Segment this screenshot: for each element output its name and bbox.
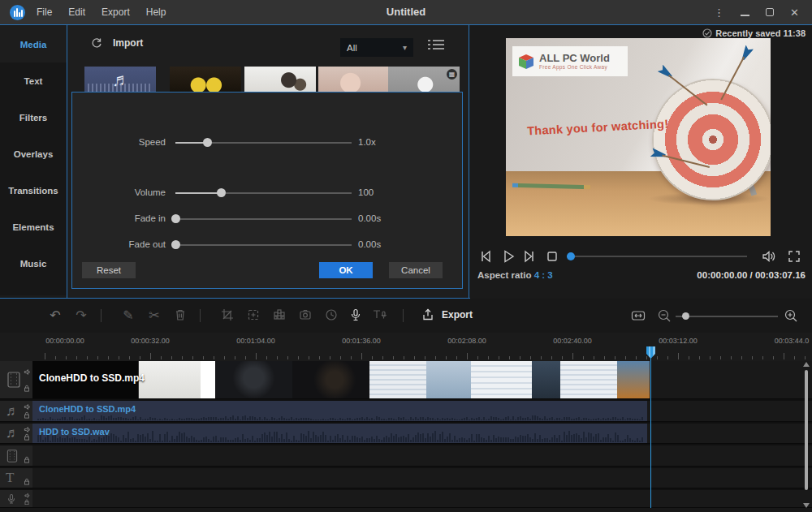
- stop-button[interactable]: [543, 247, 561, 265]
- maximize-button[interactable]: [766, 7, 774, 18]
- audio-waveform: [32, 424, 647, 443]
- record-voiceover-icon[interactable]: [348, 308, 364, 324]
- track-list: CloneHDD to SSD.mp4: [0, 361, 812, 508]
- speed-slider[interactable]: [175, 135, 352, 151]
- media-filter-dropdown[interactable]: All ▾: [340, 38, 413, 57]
- watermark-title: ALL PC World: [539, 53, 610, 64]
- video-track-1: CloneHDD to SSD.mp4: [0, 361, 812, 399]
- voiceover-track[interactable]: [0, 490, 812, 508]
- ruler-label: 00:03:12.00: [637, 337, 719, 345]
- import-button[interactable]: Import: [90, 37, 143, 49]
- text-to-speech-icon[interactable]: [372, 308, 388, 324]
- play-button[interactable]: [499, 247, 517, 265]
- volume-slider[interactable]: [175, 185, 352, 201]
- mute-track-icon[interactable]: [24, 368, 31, 376]
- sidebar: Media Text Filters Overlays Transitions …: [0, 26, 67, 295]
- more-options-icon[interactable]: ⋮: [714, 7, 724, 18]
- timeline-export-button[interactable]: Export: [421, 308, 473, 322]
- volume-slider-thumb[interactable]: [217, 188, 226, 197]
- main-area: Media Text Filters Overlays Transitions …: [0, 24, 812, 299]
- ruler-label: 00:02:40.00: [532, 337, 613, 345]
- timeline-ruler[interactable]: 00:00:00.00 00:00:32.00 00:01:04.00 00:0…: [0, 333, 812, 361]
- fade-in-slider-thumb[interactable]: [171, 214, 180, 223]
- sidebar-item-overlays[interactable]: Overlays: [0, 136, 67, 172]
- volume-icon[interactable]: [759, 247, 777, 265]
- timeline-area: ↶ ↷ ✎ ✂: [0, 299, 812, 512]
- list-view-icon[interactable]: [428, 40, 444, 54]
- watermark: ALL PC World Free Apps One Click Away: [512, 46, 628, 76]
- fullscreen-icon[interactable]: [785, 247, 803, 265]
- title-bar: File Edit Export Help Untitled ⋮ ✕: [0, 0, 812, 24]
- lock-track-icon[interactable]: [24, 499, 30, 506]
- zoom-out-icon[interactable]: [656, 308, 672, 324]
- timecode: 00:00:00.00 / 00:03:07.16: [697, 270, 806, 280]
- video-track-2[interactable]: [0, 445, 812, 467]
- sidebar-item-media[interactable]: Media: [0, 26, 67, 62]
- zoom-in-icon[interactable]: [783, 308, 799, 324]
- sidebar-item-filters[interactable]: Filters: [0, 99, 67, 136]
- redo-icon[interactable]: ↷: [73, 308, 89, 324]
- clip-edit-dialog: Speed 1.0x Volume 100 Fade in 0.00s: [71, 92, 463, 289]
- lock-track-icon[interactable]: [24, 478, 30, 485]
- reset-button[interactable]: Reset: [82, 262, 136, 278]
- mute-track-icon[interactable]: [24, 403, 31, 411]
- aspect-ratio-value[interactable]: 4 : 3: [534, 270, 553, 280]
- import-icon: [90, 37, 103, 49]
- seek-handle[interactable]: [567, 252, 575, 260]
- close-button[interactable]: ✕: [790, 7, 799, 18]
- sidebar-item-elements[interactable]: Elements: [0, 209, 67, 245]
- menu-export[interactable]: Export: [102, 6, 130, 18]
- fade-out-slider-thumb[interactable]: [171, 240, 180, 249]
- edit-icon[interactable]: ✎: [120, 308, 136, 324]
- delete-icon[interactable]: [172, 308, 188, 324]
- lock-track-icon[interactable]: [24, 433, 30, 441]
- sidebar-item-music[interactable]: Music: [0, 245, 67, 282]
- scroll-up-icon[interactable]: [803, 362, 810, 367]
- fit-timeline-icon[interactable]: [630, 308, 646, 324]
- menu-file[interactable]: File: [37, 6, 52, 18]
- menu-edit[interactable]: Edit: [68, 6, 85, 18]
- crop-icon[interactable]: [219, 308, 235, 324]
- seek-bar[interactable]: [567, 247, 747, 265]
- zoom-slider-thumb[interactable]: [682, 312, 689, 320]
- lock-track-icon[interactable]: [24, 456, 30, 463]
- next-frame-button[interactable]: [520, 247, 538, 265]
- aspect-ratio-label: Aspect ratio: [477, 270, 531, 280]
- fade-out-label: Fade out: [105, 239, 166, 249]
- scroll-down-icon[interactable]: [803, 503, 810, 508]
- text-track[interactable]: T: [0, 468, 812, 488]
- sidebar-item-text[interactable]: Text: [0, 62, 67, 99]
- speed-slider-thumb[interactable]: [203, 138, 212, 147]
- snapshot-icon[interactable]: [297, 308, 313, 324]
- fade-in-slider[interactable]: [175, 211, 352, 227]
- undo-icon[interactable]: ↶: [47, 308, 63, 324]
- audio-track-icon: ♬: [6, 425, 19, 441]
- scrollbar-thumb[interactable]: [805, 370, 808, 490]
- ok-button[interactable]: OK: [319, 262, 373, 278]
- ruler-label: 00:01:36.00: [321, 337, 402, 345]
- ruler-label: 00:03:44.0: [751, 337, 812, 345]
- preview-video-frame: Thank you for watching! ALL PC World Fre…: [506, 38, 771, 236]
- menu-help[interactable]: Help: [146, 6, 166, 18]
- fade-out-slider[interactable]: [175, 237, 352, 253]
- previous-frame-button[interactable]: [477, 247, 495, 265]
- split-icon[interactable]: ✂: [146, 308, 162, 324]
- fade-in-value: 0.00s: [358, 213, 415, 223]
- video-clip[interactable]: CloneHDD to SSD.mp4: [32, 361, 650, 398]
- duration-icon[interactable]: [323, 308, 339, 324]
- mute-track-icon[interactable]: [24, 426, 31, 433]
- sidebar-item-transitions[interactable]: Transitions: [0, 172, 67, 209]
- lock-track-icon[interactable]: [24, 411, 30, 419]
- minimize-button[interactable]: [741, 7, 749, 18]
- watermark-cube-icon: [517, 53, 535, 71]
- audio-clip-1[interactable]: CloneHDD to SSD.mp4: [32, 401, 647, 421]
- lock-track-icon[interactable]: [24, 385, 30, 392]
- timeline-scrollbar[interactable]: [803, 362, 809, 508]
- cancel-button[interactable]: Cancel: [389, 262, 443, 278]
- audio-clip-2[interactable]: HDD to SSD.wav: [32, 424, 647, 443]
- mute-track-icon[interactable]: [24, 493, 31, 499]
- timeline-zoom-slider[interactable]: [676, 308, 778, 324]
- mosaic-icon[interactable]: [271, 308, 287, 324]
- freeze-frame-icon[interactable]: [245, 308, 261, 324]
- watermark-subtitle: Free Apps One Click Away: [539, 64, 610, 70]
